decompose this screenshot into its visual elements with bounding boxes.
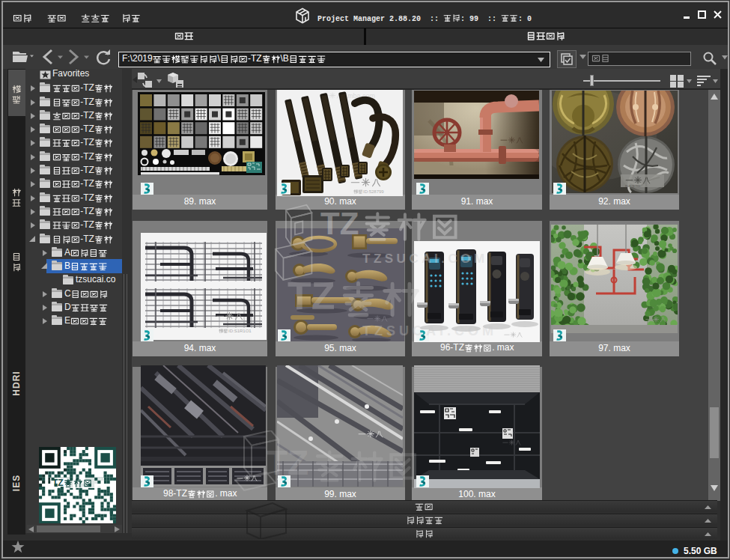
svg-text:-TZ: -TZ (80, 153, 94, 162)
svg-text:ID:S2B7R9: ID:S2B7R9 (625, 184, 641, 188)
svg-text:-TZ: -TZ (80, 180, 94, 189)
svg-text:TZ: TZ (288, 279, 335, 317)
svg-text:A: A (64, 249, 70, 258)
svg-text:: 99 ::: : 99 :: (460, 15, 501, 23)
svg-text:-TZ: -TZ (248, 55, 262, 64)
svg-text:C: C (64, 290, 71, 299)
svg-text:E: E (64, 317, 70, 326)
svg-text:-TZ: -TZ (80, 125, 94, 134)
svg-text:ID:528799: ID:528799 (363, 189, 384, 194)
svg-text:Project Manager 2.88.20 ::: Project Manager 2.88.20 :: (317, 15, 443, 23)
svg-text:D: D (64, 303, 71, 312)
svg-text:96-TZ: 96-TZ (440, 344, 464, 353)
svg-text:-TZ: -TZ (80, 207, 94, 216)
svg-text:-TZ: -TZ (80, 139, 94, 147)
svg-text:\B: \B (281, 55, 289, 64)
svg-text:98-TZ: 98-TZ (163, 490, 187, 499)
svg-text:ID:S1R1O1: ID:S1R1O1 (228, 329, 252, 333)
svg-text:-TZ: -TZ (80, 166, 94, 175)
svg-text:-TZ: -TZ (80, 112, 94, 121)
svg-text:-TZ: -TZ (80, 84, 94, 93)
svg-text:-TZ: -TZ (80, 194, 94, 203)
svg-text:\: \ (218, 55, 221, 64)
svg-text:TZ: TZ (320, 210, 359, 241)
svg-text:-TZ: -TZ (80, 235, 94, 244)
svg-text:: 0: : 0 (518, 15, 532, 23)
svg-text:. max: . max (492, 344, 514, 353)
svg-text:-TZ: -TZ (80, 98, 94, 107)
svg-text:B: B (64, 262, 70, 271)
svg-text:F:\2019: F:\2019 (122, 55, 153, 64)
svg-text:-TZ: -TZ (80, 221, 94, 230)
